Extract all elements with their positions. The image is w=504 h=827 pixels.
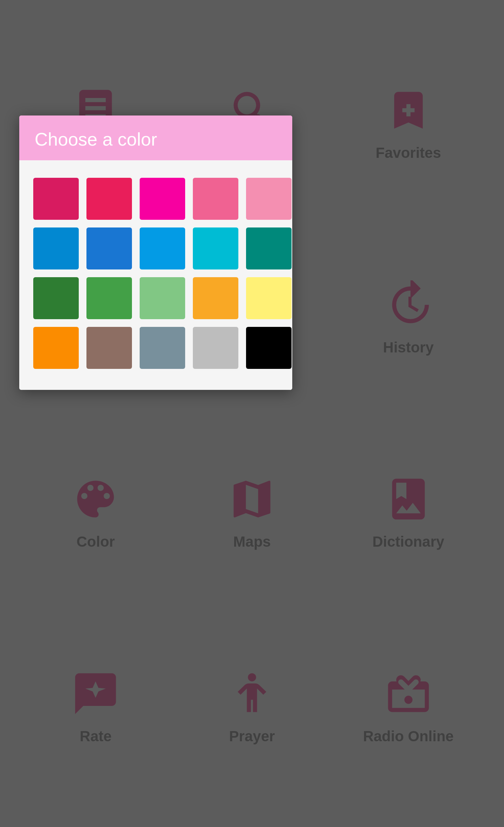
color-swatch-crimson[interactable] <box>33 178 79 220</box>
color-swatch-cyan[interactable] <box>193 227 238 269</box>
dialog-body <box>19 160 292 390</box>
color-grid <box>33 178 278 369</box>
color-swatch-blue[interactable] <box>86 227 132 269</box>
color-swatch-steel-blue[interactable] <box>33 227 79 269</box>
dialog-title: Choose a color <box>35 129 157 149</box>
color-swatch-light-pink[interactable] <box>246 178 292 220</box>
color-swatch-sky-blue[interactable] <box>140 227 185 269</box>
color-swatch-green[interactable] <box>86 277 132 319</box>
color-swatch-gray[interactable] <box>193 327 238 369</box>
color-picker-dialog: Choose a color <box>19 115 292 390</box>
color-swatch-rose[interactable] <box>86 178 132 220</box>
color-swatch-amber[interactable] <box>193 277 238 319</box>
color-swatch-brown[interactable] <box>86 327 132 369</box>
color-swatch-dark-green[interactable] <box>33 277 79 319</box>
color-swatch-yellow[interactable] <box>246 277 292 319</box>
color-swatch-orange[interactable] <box>33 327 79 369</box>
dialog-header: Choose a color <box>19 115 292 160</box>
color-swatch-light-green[interactable] <box>140 277 185 319</box>
color-swatch-slate[interactable] <box>140 327 185 369</box>
color-swatch-teal[interactable] <box>246 227 292 269</box>
color-swatch-salmon[interactable] <box>193 178 238 220</box>
color-swatch-black[interactable] <box>246 327 292 369</box>
color-swatch-magenta[interactable] <box>140 178 185 220</box>
